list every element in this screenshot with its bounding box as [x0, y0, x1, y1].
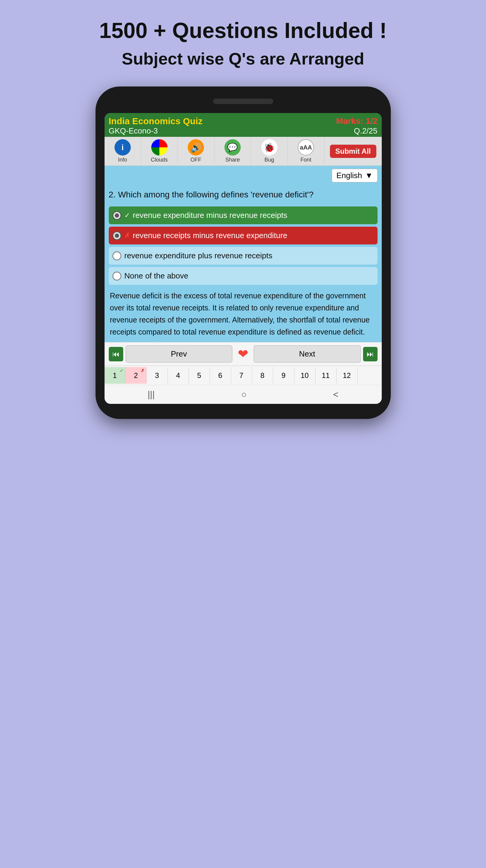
clouds-icon	[151, 139, 167, 156]
font-icon: aAA	[298, 139, 314, 156]
prev-button[interactable]: Prev	[126, 345, 233, 363]
home-icon[interactable]: ○	[241, 390, 247, 400]
toolbar-info[interactable]: i Info	[104, 137, 141, 165]
submit-all-button[interactable]: Submit All	[330, 145, 376, 158]
radio-a	[112, 211, 122, 220]
chevron-down-icon: ▼	[365, 171, 373, 180]
phone-screen: India Economics Quiz Marks: 1/2 GKQ-Econ…	[104, 113, 382, 404]
lang-row: English ▼	[104, 166, 382, 185]
option-c-text: revenue expenditure plus revenue receipt…	[124, 251, 272, 260]
toolbar-off[interactable]: 🔊 OFF	[178, 137, 215, 165]
qnum-7-label: 7	[239, 371, 243, 380]
qnum-4[interactable]: 4	[168, 367, 189, 384]
phone-frame: India Economics Quiz Marks: 1/2 GKQ-Econ…	[96, 87, 391, 419]
info-label: Info	[118, 157, 127, 163]
off-icon: 🔊	[188, 139, 204, 156]
qnum-9-label: 9	[282, 371, 285, 380]
phone-speaker	[213, 98, 273, 104]
qnum-9[interactable]: 9	[273, 367, 294, 384]
question-text: 2. Which among the following defines 're…	[109, 188, 378, 201]
back-icon[interactable]: <	[333, 390, 338, 400]
bug-label: Bug	[264, 157, 274, 163]
next-label: Next	[299, 349, 315, 359]
info-icon: i	[115, 139, 131, 156]
toolbar-share[interactable]: 💬 Share	[215, 137, 251, 165]
page-title: 1500 + Questions Included !	[99, 18, 387, 43]
question-numbers-row: ✓ 1 ✗ 2 3 4 5 6 7 8 9 10 11 12	[104, 366, 382, 385]
xmark-icon: ✗	[124, 232, 130, 240]
qnum-5[interactable]: 5	[189, 367, 210, 384]
toolbar-clouds[interactable]: Clouds	[141, 137, 178, 165]
option-b[interactable]: ✗ revenue receipts minus revenue expendi…	[109, 227, 378, 244]
off-label: OFF	[190, 157, 201, 163]
checkmark-icon: ✓	[124, 212, 130, 219]
qnum-6-label: 6	[218, 371, 222, 380]
qnum-10-label: 10	[301, 371, 309, 380]
page-subtitle: Subject wise Q's are Arranged	[122, 49, 364, 68]
nav-bar: ⏮ Prev ❤ Next ⏭	[104, 342, 382, 366]
language-value: English	[336, 171, 362, 180]
radio-c	[112, 251, 122, 260]
qnum-1-indicator: ✓	[120, 368, 124, 373]
bottom-nav: ||| ○ <	[104, 385, 382, 404]
font-label: Font	[300, 157, 311, 163]
qnum-1-label: 1	[113, 371, 117, 380]
qnum-2-label: 2	[134, 371, 138, 380]
prev-label: Prev	[171, 349, 187, 359]
qnum-11-label: 11	[322, 371, 330, 380]
header-row2: GKQ-Econo-3 Q.2/25	[109, 126, 378, 135]
next-button[interactable]: Next	[254, 345, 361, 363]
option-c[interactable]: revenue expenditure plus revenue receipt…	[109, 247, 378, 265]
header-bar: India Economics Quiz Marks: 1/2 GKQ-Econ…	[104, 113, 382, 137]
menu-icon[interactable]: |||	[148, 390, 155, 400]
radio-dot-b	[115, 234, 119, 238]
clouds-label: Clouds	[151, 157, 168, 163]
header-row1: India Economics Quiz Marks: 1/2	[109, 116, 378, 126]
option-d-text: None of the above	[124, 271, 189, 281]
quiz-code: GKQ-Econo-3	[109, 126, 158, 135]
qnum-10[interactable]: 10	[294, 367, 316, 384]
radio-b	[112, 231, 122, 240]
qnum-5-label: 5	[197, 371, 201, 380]
q-progress: Q.2/25	[354, 126, 377, 135]
qnum-2-indicator: ✗	[141, 368, 144, 373]
qnum-1[interactable]: ✓ 1	[104, 367, 126, 384]
question-area: 2. Which among the following defines 're…	[104, 185, 382, 342]
qnum-3[interactable]: 3	[147, 367, 168, 384]
submit-all-container: Submit All	[324, 137, 382, 165]
option-a[interactable]: ✓ revenue expenditure minus revenue rece…	[109, 207, 378, 224]
skip-to-end-button[interactable]: ⏭	[363, 347, 378, 361]
qnum-2[interactable]: ✗ 2	[126, 367, 147, 384]
qnum-4-label: 4	[176, 371, 180, 380]
skip-to-start-button[interactable]: ⏮	[109, 347, 123, 361]
qnum-8[interactable]: 8	[252, 367, 273, 384]
share-icon: 💬	[224, 139, 241, 156]
qnum-3-label: 3	[155, 371, 159, 380]
qnum-12[interactable]: 12	[336, 367, 358, 384]
option-a-text: revenue expenditure minus revenue receip…	[133, 211, 287, 220]
qnum-8-label: 8	[260, 371, 264, 380]
qnum-11[interactable]: 11	[316, 367, 336, 384]
qnum-6[interactable]: 6	[210, 367, 231, 384]
share-label: Share	[225, 157, 240, 163]
explanation-text: Revenue deficit is the excess of total r…	[109, 290, 378, 338]
language-selector[interactable]: English ▼	[332, 169, 377, 182]
qnum-12-label: 12	[343, 371, 351, 380]
toolbar-bug[interactable]: 🐞 Bug	[251, 137, 288, 165]
qnum-7[interactable]: 7	[231, 367, 252, 384]
question-body: Which among the following defines 'reven…	[118, 190, 314, 199]
option-d[interactable]: None of the above	[109, 267, 378, 285]
radio-d	[112, 272, 122, 281]
marks-label: Marks: 1/2	[336, 116, 378, 126]
favorite-button[interactable]: ❤	[235, 347, 251, 361]
toolbar: i Info Clouds 🔊 OFF 💬 Share 🐞 Bug aAA	[104, 137, 382, 166]
toolbar-font[interactable]: aAA Font	[288, 137, 324, 165]
quiz-title: India Economics Quiz	[109, 116, 203, 126]
bug-icon: 🐞	[261, 139, 278, 156]
radio-dot-a	[115, 213, 119, 218]
option-b-text: revenue receipts minus revenue expenditu…	[133, 231, 287, 240]
question-number: 2	[109, 190, 114, 199]
